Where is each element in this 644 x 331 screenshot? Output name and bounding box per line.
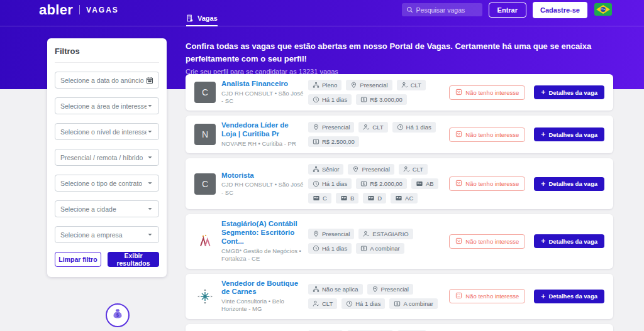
job-badge: Há 1 dias	[308, 94, 352, 105]
job-badge: Pleno	[308, 80, 341, 90]
sad-face-icon	[455, 292, 462, 300]
location-pin-icon	[313, 231, 319, 237]
reject-button[interactable]: Não tenho interesse	[449, 289, 525, 303]
badge-label: CLT	[322, 300, 333, 307]
filter-placeholder: Selecione a data do anúncio	[60, 77, 144, 84]
filter-city-select[interactable]: Selecione a cidade	[55, 200, 159, 217]
badge-label: CLT	[413, 166, 423, 173]
location-pin-icon	[372, 286, 379, 293]
job-badge: Sênior	[308, 164, 343, 175]
job-company: NOVARE RH • Curitiba - PR	[221, 140, 304, 148]
job-info: Analista Financeiro CJD RH CONSULT • São…	[221, 80, 304, 105]
calendar-icon	[146, 77, 153, 84]
job-badge: AC	[391, 193, 418, 203]
details-button[interactable]: + Detalhes da vaga	[534, 177, 604, 191]
filter-contract-select[interactable]: Selecione o tipo de contrato	[55, 175, 159, 192]
tab-vagas[interactable]: Vagas	[186, 14, 218, 26]
company-avatar: N	[194, 124, 216, 145]
people-logo-icon	[194, 231, 216, 252]
job-badge: Há 1 dias	[392, 122, 436, 133]
job-badge: CLT	[399, 164, 428, 175]
job-info: Vendedor de Boutique de Carnes Vinte Con…	[221, 279, 304, 313]
id-card-icon	[395, 195, 402, 202]
login-button[interactable]: Entrar	[489, 3, 526, 18]
badge-label: Sênior	[322, 166, 339, 173]
apply-filter-button[interactable]: Exibir resultados	[108, 252, 159, 267]
chevron-down-icon	[147, 205, 153, 212]
language-flag-button[interactable]	[594, 3, 613, 16]
chevron-down-icon	[147, 102, 153, 109]
search-input[interactable]	[402, 3, 482, 16]
brand-name: abler	[39, 2, 73, 18]
details-button[interactable]: + Detalhes da vaga	[534, 128, 604, 141]
badge-label: Há 1 dias	[406, 124, 431, 131]
sitemap-icon	[313, 166, 319, 173]
job-badge: Presencial	[346, 80, 392, 90]
job-badge: Há 1 dias	[308, 178, 352, 189]
hero-copy: Confira todas as vagas que estão abertas…	[186, 40, 607, 75]
location-pin-icon	[350, 82, 357, 89]
filter-modality-select[interactable]: Presencial / remota / híbrido	[55, 149, 159, 166]
reject-button[interactable]: Não tenho interesse	[449, 128, 525, 142]
job-actions: Não tenho interesse + Detalhes da vaga	[449, 289, 604, 303]
reject-label: Não tenho interesse	[465, 131, 519, 138]
job-title-link[interactable]: Analista Financeiro	[221, 80, 304, 89]
job-badge: Presencial	[308, 122, 354, 133]
job-card: Estagiário(A) Contábil Segmento: Escritó…	[186, 214, 613, 268]
badge-label: AC	[405, 195, 413, 202]
job-badge: D	[363, 193, 386, 203]
brand-logo[interactable]: abler VAGAS	[39, 2, 119, 18]
job-info: Motorista CJD RH CONSULT • São José - SC	[221, 171, 304, 197]
chevron-down-icon	[147, 154, 153, 161]
clock-icon	[313, 180, 319, 187]
clear-filter-button[interactable]: Limpar filtro	[55, 252, 101, 267]
search-wrap	[402, 3, 482, 16]
job-actions: Não tenho interesse + Detalhes da vaga	[449, 128, 604, 142]
id-card-icon	[313, 195, 320, 202]
job-list: C Analista Financeiro CJD RH CONSULT • S…	[186, 74, 613, 331]
salary-fab-button[interactable]: $	[106, 303, 130, 327]
filter-date-select[interactable]: Selecione a data do anúncio	[55, 72, 159, 89]
building-icon	[186, 14, 194, 22]
job-card: Assistente Administrativo GC Talentos • …	[186, 324, 613, 331]
person-icon	[363, 124, 370, 131]
details-button[interactable]: + Detalhes da vaga	[534, 85, 604, 99]
details-button[interactable]: + Detalhes da vaga	[534, 290, 604, 303]
job-actions: Não tenho interesse + Detalhes da vaga	[449, 234, 604, 249]
banknote-icon	[394, 300, 401, 307]
reject-label: Não tenho interesse	[465, 180, 519, 187]
badge-label: Há 1 dias	[322, 180, 347, 187]
job-title-link[interactable]: Motorista	[221, 171, 304, 180]
filter-level-select[interactable]: Selecione o nível de interesse	[55, 123, 159, 140]
job-badge: R$ 3.000,00	[356, 94, 407, 105]
job-badges: Não se aplicaPresencialCLTHá 1 diasA com…	[308, 284, 444, 309]
location-pin-icon	[352, 166, 359, 173]
details-label: Detalhes da vaga	[548, 89, 597, 96]
plus-icon: +	[541, 239, 545, 244]
badge-label: Presencial	[381, 286, 409, 293]
id-card-icon	[416, 180, 423, 187]
badge-label: Há 1 dias	[322, 96, 347, 103]
job-badge: C	[308, 193, 331, 203]
details-button[interactable]: + Detalhes da vaga	[534, 234, 604, 248]
filters-panel: Filtros Selecione a data do anúncio Sele…	[47, 38, 167, 277]
filters-title: Filtros	[55, 46, 159, 63]
filter-area-select[interactable]: Selecione a área de interesse	[55, 97, 159, 114]
badge-label: D	[377, 195, 382, 202]
reject-button[interactable]: Não tenho interesse	[449, 234, 525, 249]
chevron-down-icon	[147, 180, 153, 187]
reject-button[interactable]: Não tenho interesse	[449, 85, 525, 100]
job-title-link[interactable]: Estagiário(A) Contábil Segmento: Escritó…	[221, 220, 304, 246]
clock-icon	[397, 124, 404, 131]
signup-button[interactable]: Cadastre-se	[533, 2, 587, 18]
job-company: CJD RH CONSULT • São José - SC	[221, 181, 304, 197]
badge-label: CLT	[411, 82, 421, 89]
id-card-icon	[367, 195, 375, 202]
job-title-link[interactable]: Vendedora Líder de Loja | Curitiba Pr	[221, 121, 304, 139]
job-title-link[interactable]: Vendedor de Boutique de Carnes	[221, 279, 304, 297]
reject-button[interactable]: Não tenho interesse	[449, 176, 525, 191]
plus-icon: +	[541, 294, 545, 299]
job-badge: Presencial	[367, 284, 413, 295]
filter-company-select[interactable]: Selecione a empresa	[55, 226, 159, 243]
job-company: CJD RH CONSULT • São José - SC	[221, 90, 304, 106]
